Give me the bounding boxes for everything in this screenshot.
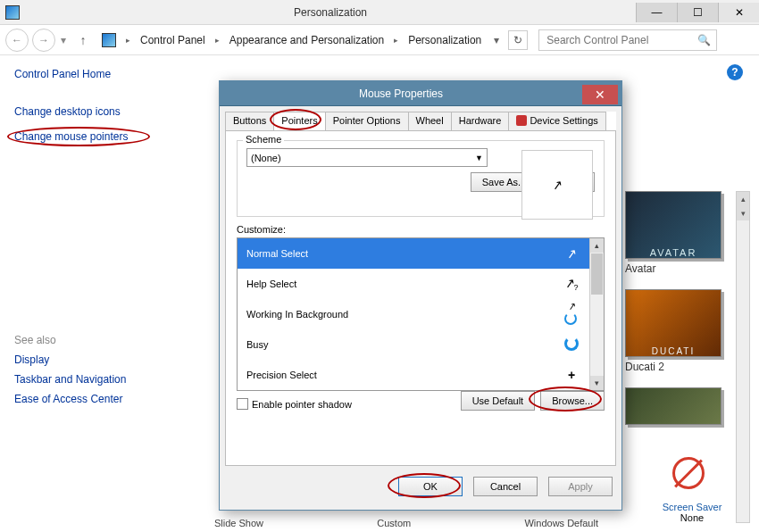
dialog-titlebar[interactable]: Mouse Properties ✕ bbox=[220, 81, 621, 106]
cancel-button[interactable]: Cancel bbox=[473, 477, 538, 496]
breadcrumb-control-panel[interactable]: Control Panel bbox=[137, 32, 209, 48]
chevron-right-icon[interactable]: ▸ bbox=[391, 36, 401, 45]
dialog-close-button[interactable]: ✕ bbox=[582, 85, 618, 104]
annotation-circle bbox=[388, 473, 461, 498]
see-also-heading: See also bbox=[14, 334, 155, 346]
scheme-combobox[interactable]: (None) ▼ bbox=[246, 148, 488, 167]
list-item-working-background[interactable]: Working In Background ↖ bbox=[238, 299, 589, 329]
apply-button[interactable]: Apply bbox=[548, 477, 613, 496]
themes-panel: AVATAR Avatar DUCATI Ducati 2 ▴ ▾ Screen… bbox=[625, 191, 750, 523]
maximize-button[interactable]: ☐ bbox=[677, 3, 718, 22]
cursor-spinner-icon: ↖ bbox=[563, 298, 580, 331]
desktop-background-row: Slide Show Custom Windows Default bbox=[214, 518, 598, 528]
breadcrumb-appearance[interactable]: Appearance and Personalization bbox=[226, 32, 388, 48]
app-icon bbox=[5, 5, 20, 20]
theme-thumbnail-ducati[interactable]: DUCATI bbox=[625, 289, 721, 357]
bottom-label: Slide Show bbox=[214, 518, 263, 528]
tab-body: Scheme (None) ▼ Save As... Delete ↖ Cust… bbox=[225, 131, 616, 466]
pointer-preview: ↖ bbox=[521, 150, 593, 220]
window-titlebar: Personalization — ☐ ✕ bbox=[0, 0, 759, 25]
bottom-label: Custom bbox=[377, 518, 411, 528]
enable-pointer-shadow-checkbox[interactable] bbox=[237, 398, 248, 410]
scroll-up-button[interactable]: ▴ bbox=[737, 192, 749, 206]
dialog-title: Mouse Properties bbox=[220, 87, 582, 100]
cursor-icon: ↖ bbox=[551, 177, 564, 193]
list-item-busy[interactable]: Busy bbox=[238, 329, 589, 360]
window-title: Personalization bbox=[294, 6, 367, 19]
dialog-buttons: OK Cancel Apply bbox=[220, 471, 621, 502]
spinner-icon bbox=[563, 337, 580, 353]
bottom-label: Windows Default bbox=[524, 518, 598, 528]
search-input[interactable] bbox=[545, 33, 692, 47]
screensaver-link[interactable]: Screen Saver bbox=[652, 502, 732, 512]
minimize-button[interactable]: — bbox=[636, 3, 677, 22]
sidebar-link-label: Change mouse pointers bbox=[14, 130, 128, 143]
tab-buttons[interactable]: Buttons bbox=[225, 112, 274, 130]
tab-pointer-options[interactable]: Pointer Options bbox=[325, 112, 409, 130]
control-panel-home-link[interactable]: Control Panel Home bbox=[14, 68, 155, 80]
search-icon: 🔍 bbox=[697, 34, 711, 46]
scroll-down-button[interactable]: ▾ bbox=[590, 376, 604, 390]
change-mouse-pointers-link[interactable]: Change mouse pointers bbox=[14, 130, 128, 143]
tab-device-settings[interactable]: Device Settings bbox=[508, 112, 605, 130]
history-dropdown[interactable]: ▾ bbox=[59, 34, 68, 46]
chevron-down-icon: ▼ bbox=[475, 154, 483, 162]
scheme-value: (None) bbox=[251, 153, 281, 163]
theme-thumbnail-avatar[interactable]: AVATAR bbox=[625, 191, 721, 259]
forward-button[interactable]: → bbox=[32, 29, 55, 52]
precision-icon: + bbox=[563, 368, 580, 382]
cursor-icon: ↖ bbox=[563, 246, 580, 261]
help-icon[interactable]: ? bbox=[727, 64, 743, 80]
theme-thumbnail-partial[interactable] bbox=[625, 387, 721, 425]
refresh-button[interactable]: ↻ bbox=[508, 30, 528, 50]
scroll-down-button[interactable]: ▾ bbox=[737, 206, 749, 220]
screensaver-icon[interactable] bbox=[671, 455, 713, 498]
annotation-circle bbox=[270, 109, 321, 130]
change-desktop-icons-link[interactable]: Change desktop icons bbox=[14, 105, 155, 118]
mouse-properties-dialog: Mouse Properties ✕ Buttons Pointers Poin… bbox=[219, 80, 622, 511]
tab-hardware[interactable]: Hardware bbox=[451, 112, 510, 130]
themes-scrollbar[interactable]: ▴ ▾ bbox=[736, 191, 750, 523]
scheme-label: Scheme bbox=[243, 134, 284, 145]
scroll-up-button[interactable]: ▴ bbox=[590, 238, 604, 253]
chevron-right-icon[interactable]: ▸ bbox=[123, 36, 133, 45]
display-link[interactable]: Display bbox=[14, 353, 155, 366]
tab-strip: Buttons Pointers Pointer Options Wheel H… bbox=[225, 112, 616, 131]
chevron-right-icon[interactable]: ▸ bbox=[213, 36, 222, 45]
annotation-circle bbox=[529, 387, 602, 411]
breadcrumb-personalization[interactable]: Personalization bbox=[405, 32, 485, 48]
customize-listbox[interactable]: Normal Select ↖ Help Select ↖ Working In… bbox=[237, 237, 605, 391]
up-button[interactable]: ↑ bbox=[71, 29, 95, 52]
theme-label: Avatar bbox=[625, 262, 750, 275]
customize-label: Customize: bbox=[237, 224, 605, 235]
address-dropdown[interactable]: ▾ bbox=[488, 34, 505, 46]
ease-of-access-link[interactable]: Ease of Access Center bbox=[14, 393, 155, 405]
navigation-bar: ← → ▾ ↑ ▸ Control Panel ▸ Appearance and… bbox=[0, 25, 759, 55]
listbox-scrollbar[interactable]: ▴ ▾ bbox=[589, 238, 604, 390]
address-icon bbox=[102, 33, 116, 47]
scrollbar-thumb[interactable] bbox=[591, 254, 603, 295]
list-item-precision-select[interactable]: Precision Select + bbox=[238, 360, 589, 390]
sidebar: Control Panel Home Change desktop icons … bbox=[0, 55, 170, 532]
back-button[interactable]: ← bbox=[5, 29, 29, 52]
theme-label: Ducati 2 bbox=[625, 361, 750, 373]
enable-pointer-shadow-label[interactable]: Enable pointer shadow bbox=[252, 399, 352, 410]
list-item-normal-select[interactable]: Normal Select ↖ bbox=[238, 238, 589, 269]
list-item-help-select[interactable]: Help Select ↖ bbox=[238, 269, 589, 299]
taskbar-navigation-link[interactable]: Taskbar and Navigation bbox=[14, 373, 155, 386]
screensaver-value: None bbox=[652, 512, 732, 523]
tab-pointers[interactable]: Pointers bbox=[273, 112, 325, 130]
search-box[interactable]: 🔍 bbox=[538, 29, 717, 51]
use-default-button[interactable]: Use Default bbox=[461, 391, 535, 411]
help-cursor-icon: ↖ bbox=[563, 276, 580, 293]
tab-wheel[interactable]: Wheel bbox=[408, 112, 452, 130]
close-button[interactable]: ✕ bbox=[718, 3, 759, 22]
